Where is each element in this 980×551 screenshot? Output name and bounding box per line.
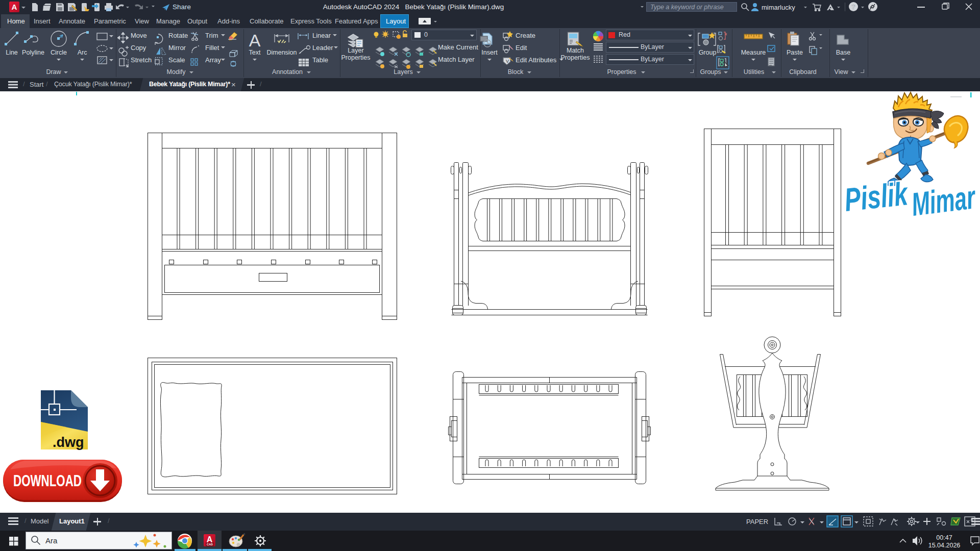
svg-text:Mimar: Mimar: [910, 179, 978, 222]
svg-text:A: A: [249, 31, 261, 50]
svg-text:V: V: [506, 59, 509, 64]
svg-text:?: ?: [851, 3, 855, 11]
svg-text:.dwg: .dwg: [53, 435, 84, 450]
svg-text:DOWNLOAD: DOWNLOAD: [13, 472, 82, 489]
svg-text:Pislik: Pislik: [843, 175, 911, 218]
